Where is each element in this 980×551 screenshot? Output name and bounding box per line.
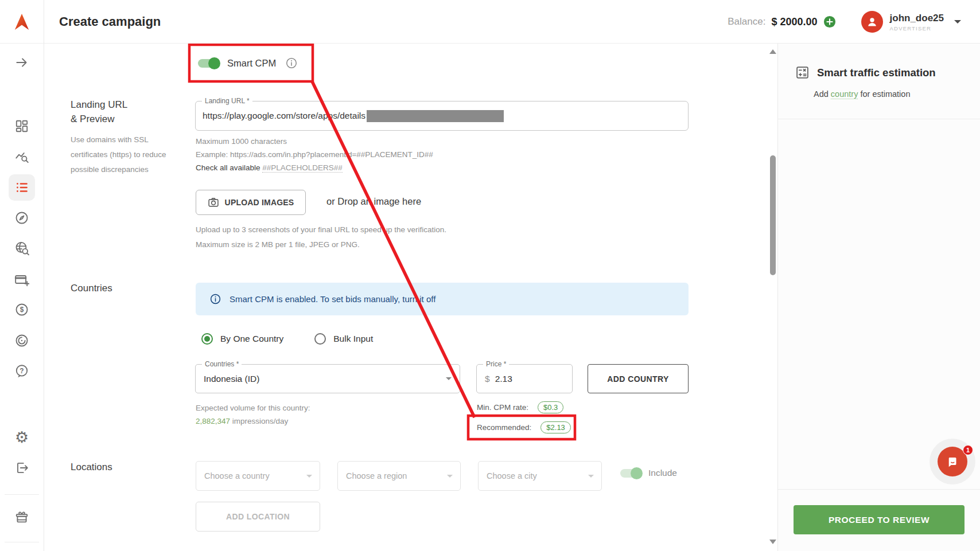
add-location-button[interactable]: ADD LOCATION (196, 502, 320, 532)
toggle-knob (631, 467, 643, 479)
scrollbar-thumb[interactable] (770, 155, 776, 275)
add-funds-plus-icon[interactable] (823, 15, 836, 28)
user-role: ADVERTISER (890, 25, 944, 32)
radio-by-one-country[interactable] (201, 333, 213, 345)
toggle-knob (208, 57, 220, 69)
landing-url-value: https://play.google.com/store/apps/detai… (203, 111, 365, 121)
sidebar-item-statistics[interactable] (9, 144, 35, 170)
user-menu-caret-icon[interactable] (954, 20, 961, 24)
sidebar-item-explore[interactable] (9, 205, 35, 231)
smart-cpm-row: Smart CPM (189, 45, 313, 81)
expected-volume: Expected volume for this country: 2,882,… (196, 401, 310, 428)
volume-line: 2,882,347 impressions/day (196, 415, 310, 428)
chat-bubble-icon (945, 454, 960, 469)
banner-text: Smart CPM is enabled. To set bids manual… (230, 294, 435, 304)
upload-images-label: UPLOAD IMAGES (225, 198, 294, 207)
upload-images-button[interactable]: UPLOAD IMAGES (196, 190, 306, 215)
upload-notes: Upload up to 3 screenshots of your final… (196, 222, 446, 252)
volume-value: 2,882,347 (196, 417, 230, 425)
user-menu[interactable]: john_doe25 ADVERTISER (890, 13, 944, 32)
estimation-subtitle: Add country for estimation (814, 89, 910, 99)
min-cpm-label: Min. CPM rate: (477, 403, 528, 412)
avatar[interactable] (861, 11, 883, 33)
recommended-pill: $2.13 (540, 421, 571, 433)
user-icon (865, 15, 879, 29)
chat-notification-badge: 1 (963, 445, 973, 455)
country-mode-radios: By One Country Bulk Input (201, 333, 373, 345)
price-input[interactable]: Price * $ 2.13 (476, 364, 573, 393)
card-plus-icon (14, 272, 29, 287)
add-country-button[interactable]: ADD COUNTRY (588, 364, 689, 393)
logout-icon (14, 460, 29, 475)
locations-section-label: Locations (71, 460, 112, 474)
location-country-select[interactable]: Choose a country (196, 461, 320, 491)
campaigns-list-icon (14, 180, 29, 195)
sidebar-item-help[interactable]: ? (9, 358, 35, 384)
proceed-to-review-button[interactable]: PROCEED TO REVIEW (794, 505, 965, 534)
radio-bulk-input-label: Bulk Input (333, 334, 373, 344)
radio-bulk-input[interactable] (314, 333, 326, 345)
dollar-circle-icon: $ (14, 302, 29, 317)
sidebar-item-tracking[interactable] (9, 327, 35, 354)
scrollbar-up-arrow[interactable] (769, 49, 776, 54)
include-toggle[interactable] (620, 469, 641, 478)
top-bar: Create campaign Balance: $ 2000.00 john_… (44, 0, 980, 44)
landing-section-hint: Use domains with SSL certificates (https… (71, 132, 166, 177)
min-cpm-pill: $0.3 (538, 401, 563, 413)
disc-target-icon (14, 333, 29, 348)
campaign-form: Smart CPM Landing URL & Preview Use doma… (44, 44, 769, 551)
sidebar-item-settings[interactable]: ⚙ (9, 424, 35, 451)
panel-divider (778, 489, 980, 490)
sidebar-item-rewards[interactable] (9, 504, 35, 530)
svg-text:$: $ (20, 306, 24, 314)
placeholders-link[interactable]: ##PLACEHOLDERS## (262, 163, 343, 173)
landing-url-input[interactable]: Landing URL * https://play.google.com/st… (195, 101, 689, 131)
gift-icon (14, 510, 29, 525)
sidebar-item-traffic[interactable] (9, 235, 35, 261)
countries-section-label: Countries (71, 281, 112, 295)
sidebar-divider (5, 494, 39, 495)
landing-title-line1: Landing URL (71, 97, 166, 112)
radio-by-one-country-label: By One Country (220, 334, 283, 344)
svg-text:?: ? (20, 367, 24, 375)
add-country-link[interactable]: country (831, 89, 858, 99)
balance-label: Balance: (728, 16, 765, 28)
countries-select[interactable]: Countries * Indonesia (ID) (195, 364, 460, 393)
price-field-label: Price * (483, 360, 509, 368)
banner-info-icon (209, 293, 221, 305)
location-region-select[interactable]: Choose a region (337, 461, 461, 491)
dashboard-icon (14, 119, 29, 134)
sidebar-item-logout[interactable] (9, 455, 35, 481)
user-name: john_doe25 (890, 13, 944, 24)
smart-cpm-toggle[interactable] (198, 59, 219, 68)
include-label: Include (648, 468, 677, 478)
location-country-placeholder: Choose a country (204, 471, 270, 480)
create-campaign-page: Create campaign Balance: $ 2000.00 john_… (0, 0, 980, 551)
smart-traffic-estimation-panel: Smart traffic estimation Add country for… (777, 44, 980, 551)
smart-cpm-label: Smart CPM (227, 58, 276, 69)
volume-caption: Expected volume for this country: (196, 401, 310, 415)
app-logo[interactable] (0, 0, 44, 44)
smart-cpm-info-icon[interactable] (285, 57, 298, 69)
camera-icon (208, 197, 219, 208)
panel-divider (778, 119, 980, 119)
max-characters-hint: Maximum 1000 characters (196, 135, 433, 148)
smart-cpm-banner: Smart CPM is enabled. To set bids manual… (196, 283, 689, 315)
example-hint: Example: https://ads.com/in.php?placemen… (196, 148, 433, 161)
location-city-select[interactable]: Choose a city (478, 461, 602, 491)
sidebar-item-add-funds[interactable] (9, 267, 35, 293)
sidebar-item-dashboard[interactable] (9, 113, 35, 139)
scrollbar-down-arrow[interactable] (769, 540, 776, 544)
check-placeholders-hint: Check all available ##PLACEHOLDERS## (196, 161, 433, 174)
sidebar-item-billing[interactable]: $ (9, 296, 35, 323)
landing-section-label: Landing URL & Preview Use domains with S… (71, 97, 166, 177)
min-cpm-row: Min. CPM rate: $0.3 (477, 400, 563, 414)
recommended-label: Recommended: (477, 423, 531, 432)
sidebar-divider-bottom (5, 542, 39, 542)
calculator-icon (795, 65, 810, 80)
sidebar-item-campaigns[interactable] (9, 174, 35, 201)
topbar-right: Balance: $ 2000.00 john_doe25 ADVERTISER (728, 0, 961, 44)
sidebar-collapse-arrow[interactable] (9, 49, 35, 76)
chevron-down-icon (446, 377, 452, 380)
price-value: 2.13 (495, 374, 512, 384)
